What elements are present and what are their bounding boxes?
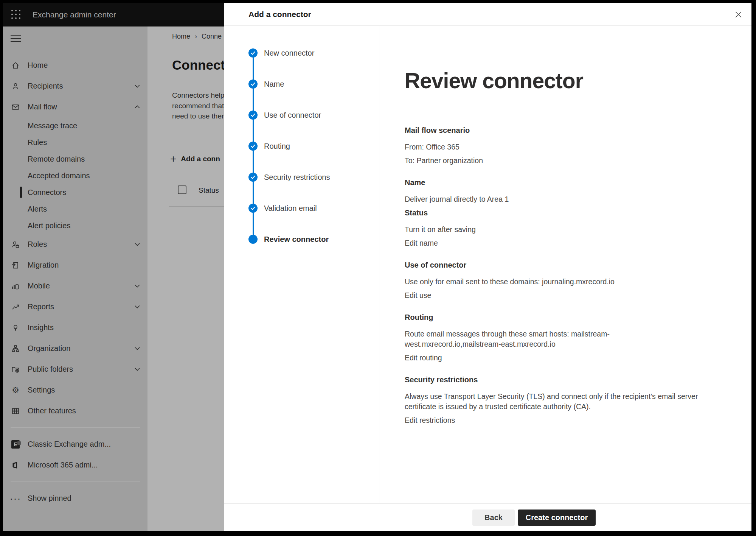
step-completed-check-icon: [248, 173, 258, 182]
security-value: Always use Transport Layer Security (TLS…: [405, 391, 700, 412]
step-new-connector[interactable]: New connector: [248, 48, 314, 58]
section-heading: Security restrictions: [405, 375, 717, 385]
step-completed-check-icon: [248, 48, 258, 58]
add-connector-wizard: Add a connector New connector Name: [224, 3, 751, 531]
mail-flow-scenario-section: Mail flow scenario From: Office 365 To: …: [405, 125, 717, 166]
edit-use-link[interactable]: Edit use: [405, 290, 700, 301]
step-completed-check-icon: [248, 111, 258, 120]
create-connector-button[interactable]: Create connector: [518, 510, 596, 526]
wizard-header: Add a connector: [224, 3, 751, 26]
connector-name-value: Deliver journal directly to Area 1: [405, 194, 700, 204]
step-completed-check-icon: [248, 142, 258, 151]
step-use-of-connector[interactable]: Use of connector: [248, 111, 321, 120]
use-of-connector-section: Use of connector Use only for email sent…: [405, 260, 717, 301]
section-heading: Routing: [405, 312, 717, 323]
routing-value: Route email messages through these smart…: [405, 329, 700, 349]
status-subheading: Status: [405, 208, 717, 218]
mail-flow-from: From: Office 365: [405, 142, 700, 152]
wizard-stepper: New connector Name Use of connector Rout…: [224, 26, 379, 503]
status-value: Turn it on after saving: [405, 224, 700, 235]
routing-section: Routing Route email messages through the…: [405, 312, 717, 363]
security-restrictions-section: Security restrictions Always use Transpo…: [405, 375, 717, 425]
name-section: Name Deliver journal directly to Area 1 …: [405, 178, 717, 248]
section-heading: Mail flow scenario: [405, 125, 717, 136]
use-value: Use only for email sent to these domains…: [405, 277, 700, 287]
review-pane: Review connector Mail flow scenario From…: [379, 26, 751, 503]
step-current-dot-icon: [248, 235, 258, 244]
step-routing[interactable]: Routing: [248, 142, 290, 151]
step-completed-check-icon: [248, 79, 258, 89]
edit-restrictions-link[interactable]: Edit restrictions: [405, 415, 700, 425]
wizard-body: New connector Name Use of connector Rout…: [224, 26, 751, 503]
step-review-connector[interactable]: Review connector: [248, 235, 329, 244]
edit-routing-link[interactable]: Edit routing: [405, 353, 700, 363]
wizard-footer: Back Create connector: [224, 503, 751, 531]
review-heading: Review connector: [405, 69, 717, 93]
edit-name-link[interactable]: Edit name: [405, 238, 700, 248]
section-heading: Use of connector: [405, 260, 717, 270]
exchange-admin-page: Exchange admin center Home Recipients Ma…: [3, 3, 751, 531]
mail-flow-to: To: Partner organization: [405, 156, 700, 166]
step-security-restrictions[interactable]: Security restrictions: [248, 173, 330, 182]
step-name[interactable]: Name: [248, 79, 284, 89]
wizard-title: Add a connector: [248, 10, 311, 19]
back-button[interactable]: Back: [472, 510, 515, 526]
close-icon[interactable]: [733, 9, 743, 19]
step-completed-check-icon: [248, 204, 258, 213]
section-heading: Name: [405, 178, 717, 188]
step-validation-email[interactable]: Validation email: [248, 204, 317, 213]
